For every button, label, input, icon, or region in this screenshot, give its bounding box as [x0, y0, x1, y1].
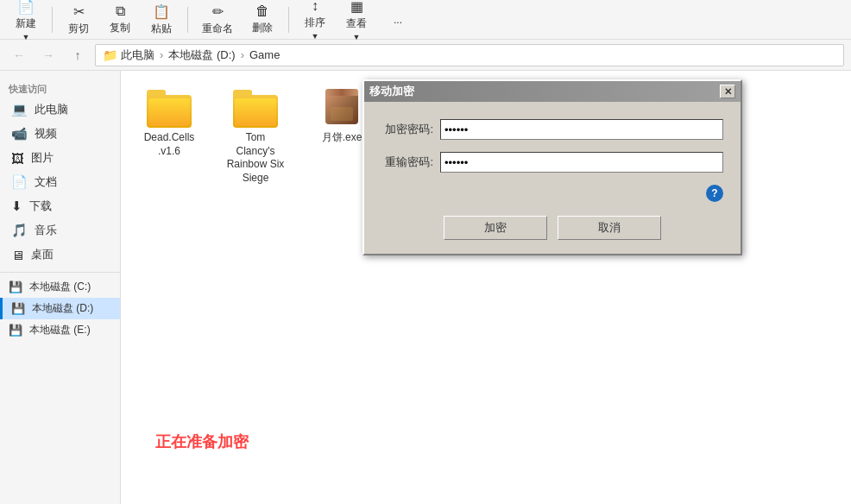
chevron-down-icon: ▼ [22, 33, 30, 41]
drive-d-icon: 💾 [11, 302, 25, 315]
path-item-folder[interactable]: Game [249, 48, 280, 61]
sidebar-item-computer[interactable]: 💻 此电脑 [0, 98, 120, 122]
sidebar-item-label-computer: 此电脑 [35, 102, 68, 117]
file-label-dead-cells: Dead.Cells .v1.6 [140, 131, 199, 158]
repassword-field: 重输密码: [381, 152, 723, 173]
drive-c-icon: 💾 [9, 280, 22, 293]
sidebar: 快速访问 💻 此电脑 📹 视频 🖼 图片 📄 文档 ⬇ 下载 🎵 音乐 🖥 桌面 [0, 71, 121, 504]
dialog-buttons: 加密 取消 [381, 216, 723, 240]
content-area: Dead.Cells .v1.6 Tom Clancy's Rainbow Si… [121, 71, 851, 504]
folder-icon-dead-cells [147, 90, 192, 128]
sidebar-item-downloads[interactable]: ⬇ 下载 [0, 194, 120, 218]
path-item-computer[interactable]: 此电脑 [121, 47, 154, 63]
sidebar-drive-e[interactable]: 💾 本地磁盘 (E:) [0, 319, 120, 341]
cancel-button[interactable]: 取消 [558, 216, 661, 240]
music-icon: 🎵 [11, 223, 28, 238]
help-button[interactable]: ? [706, 185, 723, 202]
view-label: 查看 [346, 16, 367, 31]
new-icon: 📄 [17, 0, 35, 15]
video-icon: 📹 [11, 126, 28, 142]
sort-button[interactable]: ↕ 排序 ▼ [296, 3, 334, 36]
sidebar-item-label-downloads: 下载 [29, 198, 52, 214]
up-button[interactable]: ↑ [66, 43, 90, 67]
more-button[interactable]: ... [379, 3, 417, 36]
dialog-body: 加密密码: 重输密码: ? 加密 取消 [364, 102, 741, 254]
password-field: 加密密码: [381, 119, 723, 140]
back-button[interactable]: ← [7, 43, 31, 67]
main-layout: 快速访问 💻 此电脑 📹 视频 🖼 图片 📄 文档 ⬇ 下载 🎵 音乐 🖥 桌面 [0, 71, 851, 504]
view-button[interactable]: ▦ 查看 ▼ [337, 3, 375, 36]
more-label: ... [394, 14, 402, 26]
sidebar-item-label-video: 视频 [35, 126, 57, 142]
folder-icon-rainbow-six [233, 90, 278, 128]
path-separator-2: › [241, 48, 244, 61]
sidebar-item-label-desktop: 桌面 [31, 247, 54, 262]
sidebar-item-pictures[interactable]: 🖼 图片 [0, 146, 120, 170]
forward-button[interactable]: → [36, 43, 60, 67]
view-chevron-icon: ▼ [353, 33, 361, 41]
paste-icon: 📋 [153, 3, 170, 20]
delete-button[interactable]: 🗑 删除 [243, 3, 281, 36]
file-label-mooncake: 月饼.exe [322, 131, 362, 145]
dialog-close-button[interactable]: ✕ [720, 85, 735, 98]
sidebar-drive-d-label: 本地磁盘 (D:) [32, 301, 93, 316]
sort-icon: ↕ [312, 0, 318, 14]
dialog-titlebar: 移动加密 ✕ [364, 81, 741, 102]
password-input[interactable] [440, 119, 723, 140]
sidebar-drive-c[interactable]: 💾 本地磁盘 (C:) [0, 276, 120, 298]
view-icon: ▦ [350, 0, 363, 15]
rename-button[interactable]: ✏ 重命名 [195, 3, 240, 36]
cut-label: 剪切 [68, 22, 89, 36]
new-label: 新建 [16, 16, 36, 31]
toolbar-separator [52, 7, 53, 33]
pictures-icon: 🖼 [11, 151, 24, 166]
documents-icon: 📄 [11, 174, 28, 190]
cut-button[interactable]: ✂ 剪切 [60, 3, 98, 36]
copy-button[interactable]: ⧉ 复制 [101, 3, 139, 36]
sidebar-item-label-music: 音乐 [35, 223, 57, 238]
copy-label: 复制 [110, 21, 130, 35]
sort-label: 排序 [305, 16, 325, 30]
downloads-icon: ⬇ [11, 198, 22, 214]
repassword-input[interactable] [440, 152, 723, 173]
file-label-rainbow-six: Tom Clancy's Rainbow Six Siege [226, 131, 285, 185]
sidebar-drive-e-label: 本地磁盘 (E:) [29, 323, 91, 337]
sidebar-drive-c-label: 本地磁盘 (C:) [29, 280, 91, 294]
new-button[interactable]: 📄 新建 ▼ [7, 3, 45, 36]
sort-chevron-icon: ▼ [312, 32, 319, 41]
sidebar-item-video[interactable]: 📹 视频 [0, 122, 120, 146]
quick-access-label: 快速访问 [0, 78, 120, 98]
sidebar-item-music[interactable]: 🎵 音乐 [0, 218, 120, 243]
path-item-drive[interactable]: 本地磁盘 (D:) [168, 47, 235, 63]
toolbar-separator-3 [288, 7, 289, 33]
sidebar-item-documents[interactable]: 📄 文档 [0, 170, 120, 194]
copy-icon: ⧉ [116, 3, 125, 19]
delete-icon: 🗑 [255, 3, 269, 19]
dialog-title: 移动加密 [369, 84, 414, 99]
cut-icon: ✂ [73, 3, 85, 20]
rename-icon: ✏ [212, 3, 224, 20]
password-label: 加密密码: [381, 122, 433, 137]
encrypt-button[interactable]: 加密 [444, 216, 547, 240]
sidebar-drive-d[interactable]: 💾 本地磁盘 (D:) [0, 298, 120, 319]
delete-label: 删除 [252, 21, 273, 35]
file-item-rainbow-six[interactable]: Tom Clancy's Rainbow Six Siege [221, 85, 290, 190]
file-item-dead-cells[interactable]: Dead.Cells .v1.6 [135, 85, 204, 163]
exe-icon-mooncake [319, 90, 364, 128]
help-row: ? [381, 185, 723, 202]
encrypt-dialog: 移动加密 ✕ 加密密码: 重输密码: ? [362, 79, 742, 255]
computer-icon: 💻 [11, 102, 28, 117]
sidebar-item-label-pictures: 图片 [31, 150, 54, 166]
toolbar-separator-2 [187, 7, 188, 33]
drive-e-icon: 💾 [9, 324, 22, 337]
paste-button[interactable]: 📋 粘贴 [142, 3, 180, 36]
rename-label: 重命名 [202, 22, 233, 36]
toolbar: 📄 新建 ▼ ✂ 剪切 ⧉ 复制 📋 粘贴 ✏ 重命名 🗑 删除 ↕ 排序 ▼ … [0, 0, 851, 40]
path-separator-1: › [160, 48, 163, 61]
paste-label: 粘贴 [151, 22, 172, 36]
sidebar-item-label-documents: 文档 [35, 174, 57, 190]
desktop-icon: 🖥 [11, 248, 24, 262]
address-path[interactable]: 📁 此电脑 › 本地磁盘 (D:) › Game [95, 44, 844, 66]
sidebar-item-desktop[interactable]: 🖥 桌面 [0, 243, 120, 267]
status-text: 正在准备加密 [155, 432, 249, 452]
